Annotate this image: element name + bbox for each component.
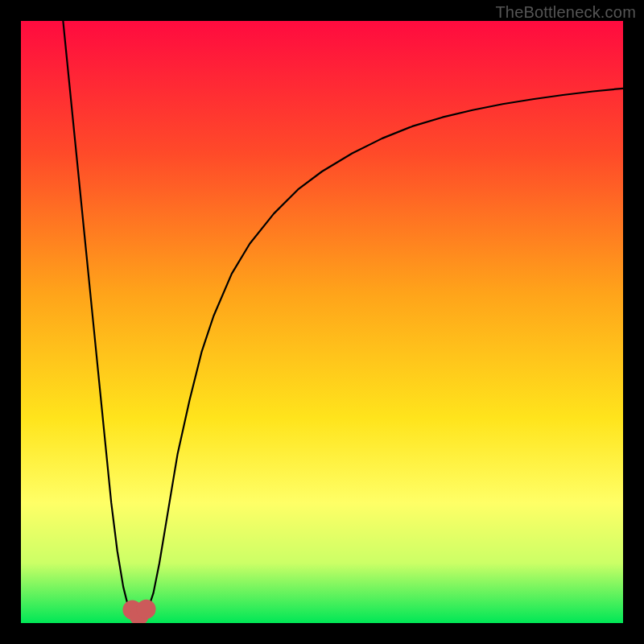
watermark-text: TheBottleneck.com bbox=[495, 3, 636, 22]
bottleneck-chart bbox=[21, 21, 623, 623]
marker-valley-right bbox=[137, 600, 156, 619]
chart-frame: TheBottleneck.com bbox=[0, 0, 644, 644]
chart-background bbox=[21, 21, 623, 623]
